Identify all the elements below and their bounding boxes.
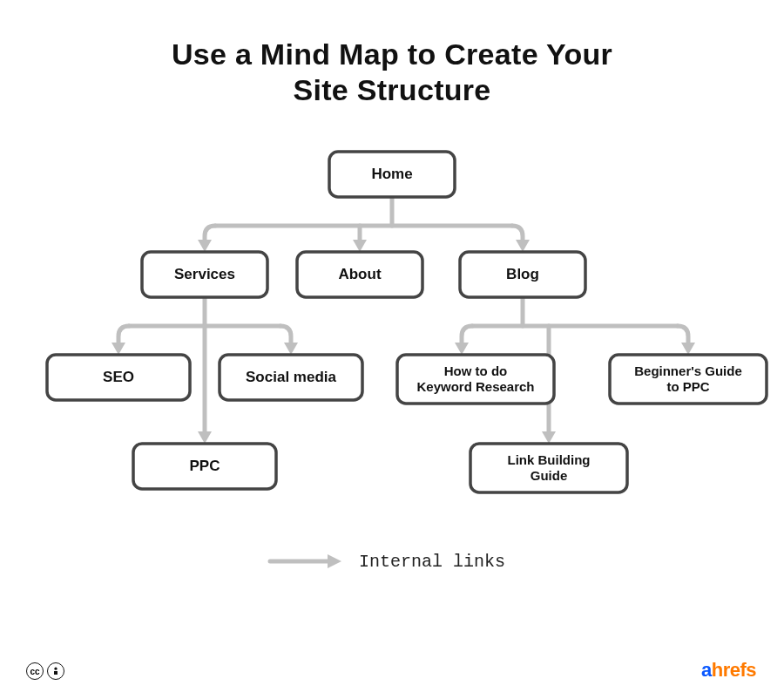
node-seo-label: SEO: [103, 369, 134, 385]
node-services-label: Services: [174, 266, 235, 282]
node-link-label1: Link Building: [508, 452, 591, 467]
arrow-icon: [542, 431, 556, 444]
node-link-label2: Guide: [531, 468, 568, 483]
node-beginner-label2: to PPC: [666, 379, 709, 394]
node-beginner-label1: Beginner's Guide: [634, 363, 742, 378]
by-icon: [47, 662, 64, 680]
node-howto-label2: Keyword Research: [416, 379, 534, 394]
footer: cc ahrefs: [0, 659, 784, 680]
arrow-icon: [112, 343, 125, 355]
arrow-icon: [198, 431, 212, 444]
arrow-icon: [198, 240, 212, 252]
arrow-icon: [516, 240, 530, 252]
brand-logo: ahrefs: [701, 659, 756, 682]
node-blog-label: Blog: [506, 266, 539, 282]
node-ppc-label: PPC: [190, 458, 220, 474]
mindmap-diagram: Home Services About Blog SEO Social medi…: [0, 0, 784, 699]
arrow-icon: [284, 343, 298, 355]
arrow-icon: [681, 343, 695, 355]
node-howto-label1: How to do: [444, 363, 507, 378]
legend-label: Internal links: [359, 552, 505, 572]
svg-point-0: [54, 668, 57, 670]
legend-arrow-icon: [328, 554, 341, 568]
brand-a: a: [701, 659, 712, 681]
node-home-label: Home: [371, 166, 412, 182]
brand-rest: hrefs: [712, 659, 756, 681]
node-social-label: Social media: [246, 369, 336, 385]
arrow-icon: [353, 240, 367, 252]
cc-icon: cc: [26, 662, 44, 680]
license-icons: cc: [26, 662, 64, 680]
node-about-label: About: [338, 266, 381, 282]
arrow-icon: [455, 343, 469, 355]
